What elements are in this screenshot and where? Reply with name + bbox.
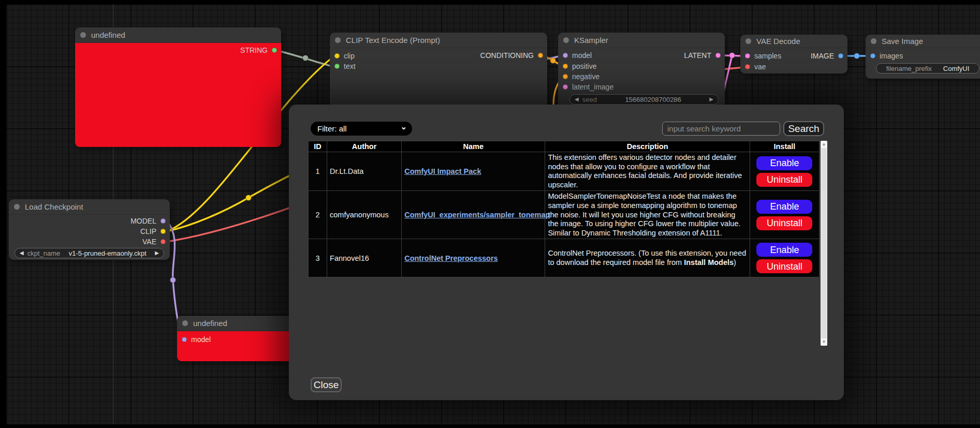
ckpt-increment-icon[interactable]: ▶ bbox=[155, 250, 159, 256]
node-title-bar[interactable]: undefined bbox=[75, 27, 281, 43]
extension-table: IDAuthorNameDescriptionInstall 1Dr.Lt.Da… bbox=[308, 141, 820, 277]
node-clip-text-encode[interactable]: CLIP Text Encode (Prompt) clip text COND… bbox=[330, 33, 547, 110]
input-dot-negative[interactable] bbox=[563, 74, 568, 79]
uninstall-button[interactable]: Uninstall bbox=[756, 216, 812, 230]
node-ksampler[interactable]: KSampler model positive negative latent_… bbox=[558, 33, 725, 110]
uninstall-button[interactable]: Uninstall bbox=[756, 173, 812, 187]
extension-name-link[interactable]: ComfyUI_experiments/sampler_tonemap bbox=[404, 211, 550, 219]
extension-author-cell: Dr.Lt.Data bbox=[327, 152, 402, 191]
reroute-dot[interactable] bbox=[303, 55, 309, 61]
node-title-bar[interactable]: undefined bbox=[177, 316, 292, 331]
slot-label: latent_image bbox=[572, 83, 613, 91]
table-row: 2comfyanonymousComfyUI_experiments/sampl… bbox=[309, 191, 820, 239]
output-dot-conditioning[interactable] bbox=[538, 53, 543, 58]
reroute-dot[interactable] bbox=[854, 53, 860, 59]
uninstall-button[interactable]: Uninstall bbox=[756, 259, 812, 273]
input-dot-text[interactable] bbox=[334, 64, 340, 69]
output-dot-image[interactable] bbox=[838, 53, 843, 58]
table-row: 1Dr.Lt.DataComfyUI Impact PackThis exten… bbox=[309, 152, 820, 191]
table-scrollbar[interactable]: ▲ ▼ bbox=[821, 141, 827, 346]
output-slot-vae: VAE bbox=[142, 238, 166, 246]
node-status-dot bbox=[871, 38, 876, 44]
input-slot-images: images bbox=[870, 52, 903, 60]
node-status-dot bbox=[745, 38, 751, 44]
filter-select[interactable]: Filter: all bbox=[311, 122, 412, 136]
table-row: 3Fannovel16ControlNet PreprocessorsContr… bbox=[309, 239, 820, 277]
node-undefined-string[interactable]: undefined STRING bbox=[75, 27, 281, 147]
node-vae-decode[interactable]: VAE Decode samples vae IMAGE bbox=[740, 35, 847, 73]
filename-prefix-label: filename_prefix bbox=[886, 65, 932, 72]
node-status-dot bbox=[14, 204, 20, 210]
column-header: Install bbox=[750, 141, 819, 152]
output-slot-string: STRING bbox=[240, 46, 277, 54]
reroute-dot[interactable] bbox=[550, 58, 556, 64]
reroute-dot[interactable] bbox=[729, 53, 735, 58]
extension-description: ControlNet Preprocessors. (To use this e… bbox=[545, 239, 750, 277]
comfyui-canvas[interactable]: undefined STRING CLIP Text Encode (Promp… bbox=[0, 0, 980, 428]
install-cell: EnableUninstall bbox=[750, 191, 819, 239]
seed-increment-icon[interactable]: ▶ bbox=[709, 97, 713, 102]
slot-label: images bbox=[880, 52, 903, 60]
slot-label: model bbox=[572, 51, 592, 60]
enable-button[interactable]: Enable bbox=[756, 243, 812, 257]
output-dot-string[interactable] bbox=[272, 48, 277, 53]
input-slot-vae: vae bbox=[745, 63, 766, 71]
scrollbar-thumb[interactable] bbox=[821, 148, 827, 338]
output-dot-clip[interactable] bbox=[160, 229, 166, 234]
scroll-up-icon[interactable]: ▲ bbox=[821, 141, 827, 148]
slot-label: CONDITIONING bbox=[480, 51, 534, 60]
input-dot-model[interactable] bbox=[563, 53, 568, 58]
install-cell: EnableUninstall bbox=[750, 152, 819, 191]
input-dot-images[interactable] bbox=[870, 53, 875, 58]
seed-widget[interactable]: ◀ seed 156680208700286 ▶ bbox=[569, 94, 719, 105]
node-title: KSampler bbox=[574, 36, 608, 45]
node-load-checkpoint[interactable]: Load Checkpoint MODEL CLIP VAE ◀ ckpt_na… bbox=[9, 199, 170, 260]
close-button[interactable]: Close bbox=[311, 377, 342, 392]
output-slot-image: IMAGE bbox=[811, 52, 843, 60]
slot-label: STRING bbox=[240, 46, 268, 54]
slot-label: negative bbox=[572, 72, 599, 81]
input-slot-text: text bbox=[334, 62, 356, 70]
filename-prefix-widget[interactable]: filename_prefix ComfyUI bbox=[876, 63, 979, 73]
extension-name-cell: ControlNet Preprocessors bbox=[402, 239, 545, 277]
extension-name-link[interactable]: ComfyUI Impact Pack bbox=[404, 167, 481, 175]
seed-value: 156680208700286 bbox=[597, 96, 709, 104]
extension-name-link[interactable]: ControlNet Preprocessors bbox=[404, 254, 498, 262]
input-dot-clip[interactable] bbox=[334, 53, 340, 58]
input-dot-model[interactable] bbox=[182, 337, 187, 342]
scroll-down-icon[interactable]: ▼ bbox=[821, 338, 827, 346]
input-dot-vae[interactable] bbox=[745, 64, 750, 69]
node-title-bar[interactable]: KSampler bbox=[558, 33, 725, 48]
filename-prefix-value: ComfyUI bbox=[943, 65, 970, 72]
node-title-bar[interactable]: Save Image bbox=[866, 35, 980, 48]
node-status-dot bbox=[80, 32, 86, 38]
node-title-bar[interactable]: Load Checkpoint bbox=[9, 199, 170, 215]
search-button[interactable]: Search bbox=[783, 121, 824, 136]
output-dot-model[interactable] bbox=[160, 218, 166, 224]
reroute-dot[interactable] bbox=[246, 195, 252, 201]
output-dot-latent[interactable] bbox=[715, 53, 721, 58]
extension-description: ModelSamplerTonemapNoiseTest a node that… bbox=[545, 191, 750, 239]
input-dot-latent-image[interactable] bbox=[563, 84, 568, 90]
search-input[interactable] bbox=[662, 122, 780, 136]
ckpt-name-widget[interactable]: ◀ ckpt_name v1-5-pruned-emaonly.ckpt ▶ bbox=[14, 248, 164, 258]
node-title: undefined bbox=[91, 31, 125, 39]
output-dot-vae[interactable] bbox=[160, 239, 166, 244]
node-title-bar[interactable]: VAE Decode bbox=[740, 35, 847, 48]
ckpt-decrement-icon[interactable]: ◀ bbox=[20, 250, 24, 256]
node-save-image[interactable]: Save Image images filename_prefix ComfyU… bbox=[866, 35, 980, 79]
node-title-bar[interactable]: CLIP Text Encode (Prompt) bbox=[330, 33, 547, 48]
node-undefined-model[interactable]: undefined model bbox=[177, 316, 292, 361]
input-slot-clip: clip bbox=[334, 52, 355, 60]
node-error-body bbox=[75, 43, 281, 147]
description-text: ) bbox=[734, 258, 736, 267]
enable-button[interactable]: Enable bbox=[756, 200, 812, 214]
input-dot-samples[interactable] bbox=[745, 53, 750, 58]
seed-decrement-icon[interactable]: ◀ bbox=[575, 97, 579, 102]
extension-id-cell: 1 bbox=[309, 152, 327, 191]
slot-label: MODEL bbox=[130, 217, 156, 225]
reroute-dot[interactable] bbox=[170, 277, 176, 283]
enable-button[interactable]: Enable bbox=[756, 156, 812, 170]
input-dot-positive[interactable] bbox=[563, 64, 568, 69]
output-slot-latent: LATENT bbox=[684, 51, 721, 60]
